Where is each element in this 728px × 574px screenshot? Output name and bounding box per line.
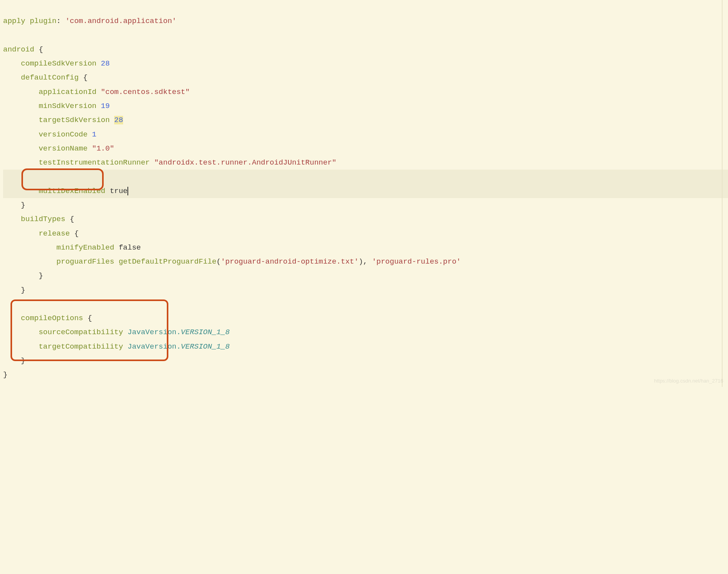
dot: . <box>177 342 181 351</box>
minSdkVersion: minSdkVersion <box>39 102 101 110</box>
applicationId: applicationId <box>39 88 101 96</box>
kw-apply: apply <box>3 17 25 25</box>
brace: { <box>70 215 74 223</box>
proguard-rules: 'proguard-rules.pro' <box>372 257 461 266</box>
plugin-value: 'com.android.application' <box>65 17 177 25</box>
applicationId-value: "com.centos.sdktest" <box>101 88 190 96</box>
multiDexEnabled: multiDexEnabled <box>39 187 110 195</box>
targetSdkVersion: targetSdkVersion <box>39 116 114 124</box>
versionName: versionName <box>39 144 92 153</box>
proguardFiles: proguardFiles <box>57 257 119 266</box>
editor-margin-line <box>722 0 723 387</box>
brace-close: } <box>3 370 7 379</box>
proguard-txt: 'proguard-android-optimize.txt' <box>221 257 359 266</box>
watermark-text: https://blog.csdn.net/han_2716 <box>654 376 723 386</box>
current-line: multiDexEnabled true <box>3 170 728 198</box>
brace-close: } <box>21 286 25 294</box>
testInstrumentationRunner-value: "androidx.test.runner.AndroidJUnitRunner… <box>154 158 336 167</box>
compileSdkVersion: compileSdkVersion <box>21 59 101 68</box>
targetSdkVersion-value: 28 <box>114 116 123 124</box>
minifyEnabled-value: false <box>118 243 141 252</box>
compileSdkVersion-value: 28 <box>101 59 110 68</box>
brace: { <box>74 229 78 238</box>
kw-android: android <box>3 45 34 54</box>
brace: { <box>34 45 43 54</box>
paren: ) <box>359 257 363 266</box>
minifyEnabled: minifyEnabled <box>57 243 119 252</box>
code-editor[interactable]: apply plugin: 'com.android.application' … <box>0 0 728 387</box>
javaversion-class: JavaVersion <box>127 328 176 337</box>
versionCode: versionCode <box>39 130 92 139</box>
versionName-value: "1.0" <box>92 144 114 153</box>
brace-close: } <box>39 271 43 280</box>
buildTypes: buildTypes <box>21 215 70 223</box>
compileOptions: compileOptions <box>21 314 88 322</box>
release: release <box>39 229 74 238</box>
targetCompatibility: targetCompatibility <box>39 342 127 351</box>
versionCode-value: 1 <box>92 130 96 139</box>
version-1-8: VERSION_1_8 <box>181 342 230 351</box>
javaversion-class: JavaVersion <box>127 342 176 351</box>
dot: . <box>177 328 181 337</box>
brace: { <box>88 314 92 322</box>
brace: { <box>83 73 87 82</box>
paren: ( <box>216 257 221 266</box>
getDefaultProguardFile: getDefaultProguardFile <box>118 257 216 266</box>
testInstrumentationRunner: testInstrumentationRunner <box>39 158 154 167</box>
kw-plugin: plugin <box>30 17 56 25</box>
brace-close: } <box>21 356 25 365</box>
brace-close: } <box>21 201 25 209</box>
comma: , <box>363 257 372 266</box>
sourceCompatibility: sourceCompatibility <box>39 328 127 337</box>
multiDexEnabled-value: true <box>110 187 129 195</box>
minSdkVersion-value: 19 <box>101 102 110 110</box>
colon: : <box>57 17 65 25</box>
defaultConfig: defaultConfig <box>21 73 83 82</box>
version-1-8: VERSION_1_8 <box>181 328 230 337</box>
